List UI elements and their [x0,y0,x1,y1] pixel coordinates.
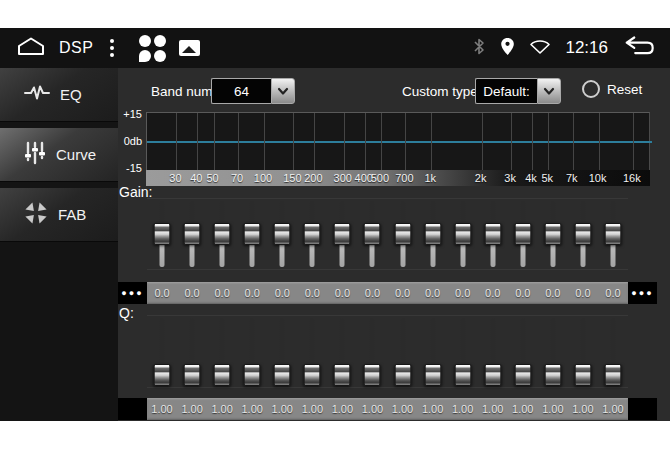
sidebar-item-label: EQ [60,86,82,103]
reset-button[interactable]: Reset [582,80,642,98]
q-slider[interactable] [147,316,177,387]
q-slider[interactable] [388,316,418,387]
slider-thumb[interactable] [154,364,171,386]
slider-thumb[interactable] [484,223,501,245]
slider-thumb[interactable] [304,223,321,245]
custom-type-dropdown[interactable]: Default: [475,78,561,104]
freq-tick-label: 1k [424,172,436,184]
q-slider[interactable] [538,316,568,387]
slider-thumb[interactable] [364,223,381,245]
chevron-down-icon[interactable] [271,78,295,104]
slider-thumb[interactable] [514,364,531,386]
slider-thumb[interactable] [364,364,381,386]
y-axis-min: -15 [126,162,142,174]
sidebar-item-eq[interactable]: EQ [0,68,118,122]
slider-thumb[interactable] [454,364,471,386]
waveform-icon [24,84,50,105]
slider-thumb[interactable] [214,364,231,386]
gain-slider[interactable] [237,199,267,269]
slider-thumb[interactable] [574,364,591,386]
gain-value: 0.0 [388,282,418,304]
slider-thumb[interactable] [334,223,351,245]
kebab-menu-icon[interactable] [106,37,118,59]
gain-slider[interactable] [207,199,237,269]
slider-thumb[interactable] [424,223,441,245]
q-slider[interactable] [448,316,478,387]
gridline [482,113,483,170]
slider-thumb[interactable] [394,223,411,245]
q-slider[interactable] [207,316,237,387]
slider-thumb[interactable] [424,364,441,386]
gain-slider[interactable] [478,199,508,269]
slider-thumb[interactable] [604,223,621,245]
sidebar-item-fab[interactable]: FAB [0,188,118,242]
reset-radio-icon[interactable] [582,80,600,98]
q-slider[interactable] [237,316,267,387]
gain-slider[interactable] [177,199,207,269]
q-slider[interactable] [297,316,327,387]
eq-curve-line [147,141,652,143]
gain-more-right-button[interactable]: ●●● [628,282,657,304]
gain-slider[interactable] [388,199,418,269]
band-num-value[interactable]: 64 [211,78,271,104]
y-axis-zero: 0db [124,135,142,147]
gain-slider[interactable] [297,199,327,269]
gain-slider[interactable] [327,199,357,269]
slider-thumb[interactable] [574,223,591,245]
gain-slider[interactable] [538,199,568,269]
slider-thumb[interactable] [544,223,561,245]
y-axis-max: +15 [123,108,142,120]
q-value-bar: 1.001.001.001.001.001.001.001.001.001.00… [147,398,628,420]
location-pin-icon [500,37,515,60]
band-num-dropdown[interactable]: 64 [211,78,295,104]
slider-thumb[interactable] [214,223,231,245]
slider-thumb[interactable] [244,364,261,386]
q-slider[interactable] [418,316,448,387]
q-slider[interactable] [327,316,357,387]
gain-value: 0.0 [327,282,357,304]
slider-thumb[interactable] [274,223,291,245]
gain-more-left-button[interactable]: ●●● [118,282,147,304]
gain-slider[interactable] [598,199,628,269]
slider-thumb[interactable] [484,364,501,386]
slider-thumb[interactable] [454,223,471,245]
gain-slider[interactable] [448,199,478,269]
chevron-down-icon[interactable] [537,78,561,104]
q-slider[interactable] [598,316,628,387]
slider-thumb[interactable] [604,364,621,386]
gain-slider[interactable] [568,199,598,269]
slider-thumb[interactable] [184,364,201,386]
freq-tick-label: 40 [190,172,202,184]
q-bar-right-cap [628,398,657,420]
slider-thumb[interactable] [154,223,171,245]
q-slider[interactable] [177,316,207,387]
slider-thumb[interactable] [514,223,531,245]
apps-clover-icon[interactable] [139,35,166,62]
gain-slider[interactable] [357,199,387,269]
q-bar-left-cap [118,398,147,420]
freq-tick-label: 50 [206,172,218,184]
q-slider[interactable] [357,316,387,387]
q-slider[interactable] [568,316,598,387]
frequency-scale: 304050701001502003004005007001k2k3k4k5k7… [146,170,650,186]
gain-slider[interactable] [418,199,448,269]
gain-slider[interactable] [147,199,177,269]
slider-thumb[interactable] [304,364,321,386]
slider-thumb[interactable] [274,364,291,386]
gain-slider[interactable] [267,199,297,269]
gain-slider[interactable] [508,199,538,269]
slider-thumb[interactable] [334,364,351,386]
custom-type-value[interactable]: Default: [475,78,537,104]
slider-thumb[interactable] [394,364,411,386]
home-icon[interactable] [16,35,46,61]
gallery-icon[interactable] [179,40,200,56]
back-return-icon[interactable] [622,33,656,63]
sidebar-item-curve[interactable]: Curve [0,128,118,182]
slider-thumb[interactable] [184,223,201,245]
q-slider[interactable] [267,316,297,387]
eq-plot[interactable] [146,112,650,170]
slider-thumb[interactable] [544,364,561,386]
q-slider[interactable] [478,316,508,387]
slider-thumb[interactable] [244,223,261,245]
q-slider[interactable] [508,316,538,387]
